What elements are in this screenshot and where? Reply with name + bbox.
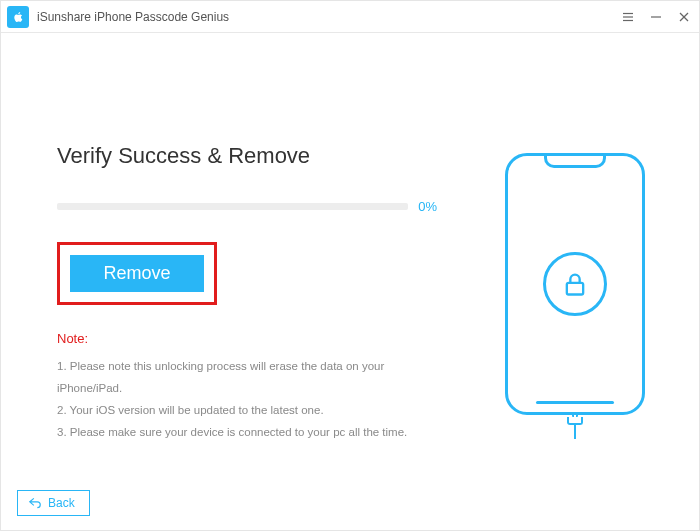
- window-controls: [621, 10, 691, 24]
- note-item: 2. Your iOS version will be updated to t…: [57, 400, 437, 422]
- close-icon[interactable]: [677, 10, 691, 24]
- remove-button[interactable]: Remove: [70, 255, 204, 292]
- progress-track: [57, 203, 408, 210]
- cable-icon: [495, 417, 655, 439]
- app-logo-icon: [7, 6, 29, 28]
- remove-highlight-box: Remove: [57, 242, 217, 305]
- note-list: 1. Please note this unlocking process wi…: [57, 356, 437, 443]
- back-arrow-icon: [28, 496, 42, 510]
- minimize-icon[interactable]: [649, 10, 663, 24]
- note-item: 3. Please make sure your device is conne…: [57, 422, 437, 444]
- back-button[interactable]: Back: [17, 490, 90, 516]
- device-illustration: [495, 153, 655, 439]
- titlebar: iSunshare iPhone Passcode Genius: [1, 1, 699, 33]
- menu-icon[interactable]: [621, 10, 635, 24]
- note-item: 1. Please note this unlocking process wi…: [57, 356, 437, 400]
- back-label: Back: [48, 496, 75, 510]
- app-title: iSunshare iPhone Passcode Genius: [37, 10, 621, 24]
- page-heading: Verify Success & Remove: [57, 143, 437, 169]
- lock-icon: [543, 252, 607, 316]
- progress-bar: 0%: [57, 199, 437, 214]
- progress-percent: 0%: [418, 199, 437, 214]
- svg-rect-6: [567, 283, 583, 295]
- note-title: Note:: [57, 331, 437, 346]
- phone-outline-icon: [505, 153, 645, 415]
- phone-notch-icon: [544, 156, 606, 168]
- home-indicator-icon: [536, 401, 614, 404]
